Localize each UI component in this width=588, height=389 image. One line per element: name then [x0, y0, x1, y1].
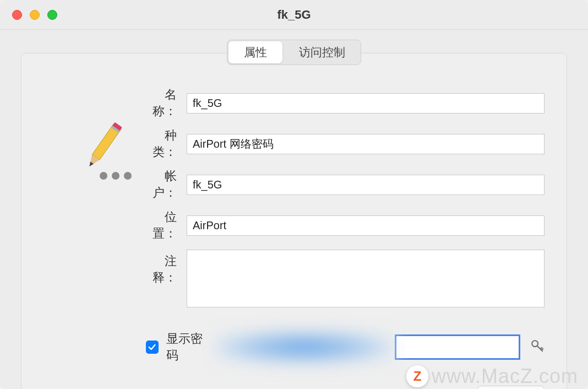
kind-label: 种类： — [148, 127, 177, 160]
key-icon[interactable] — [530, 339, 545, 355]
tab-access-control[interactable]: 访问控制 — [284, 40, 361, 64]
tab-attributes[interactable]: 属性 — [228, 41, 282, 63]
account-label: 帐户： — [148, 168, 177, 201]
location-label: 位置： — [148, 209, 177, 242]
tab-bar: 属性 访问控制 — [227, 40, 361, 65]
keychain-item-window: fk_5G 属性 访问控制 — [0, 0, 588, 389]
titlebar: fk_5G — [0, 0, 588, 30]
password-field[interactable] — [395, 334, 520, 360]
minimize-icon[interactable] — [30, 10, 40, 20]
save-changes-button[interactable]: 存储更改 — [477, 386, 545, 389]
password-obscured — [215, 331, 393, 364]
account-field[interactable] — [187, 175, 545, 195]
comment-label: 注释： — [148, 253, 177, 286]
window-title: fk_5G — [11, 8, 577, 22]
name-field[interactable] — [187, 93, 545, 114]
comment-field[interactable] — [187, 250, 545, 307]
kind-field[interactable] — [187, 134, 545, 154]
attributes-panel: 名称： 种类： 帐户： 位置： 注释： 显 — [21, 53, 567, 389]
traffic-lights — [12, 10, 57, 20]
close-icon[interactable] — [12, 10, 22, 20]
show-password-checkbox[interactable] — [146, 341, 159, 354]
zoom-icon[interactable] — [47, 10, 57, 20]
name-label: 名称： — [148, 87, 177, 120]
location-field[interactable] — [187, 215, 545, 236]
show-password-label: 显示密码 — [166, 331, 212, 364]
